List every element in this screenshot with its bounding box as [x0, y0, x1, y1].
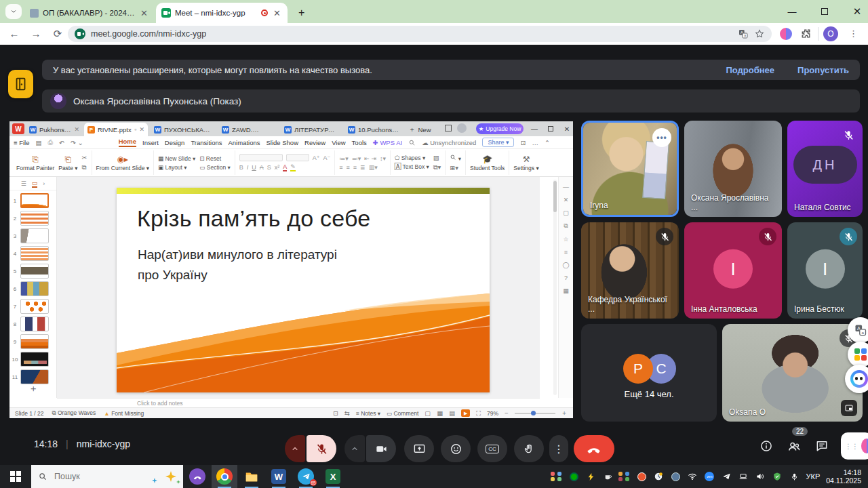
- align-right-icon[interactable]: ≡: [353, 164, 357, 171]
- slide-canvas[interactable]: Крізь пам’ять до себе Нар(ат)иви минулог…: [117, 188, 490, 392]
- font-size-select[interactable]: [286, 154, 309, 161]
- meeting-details-icon[interactable]: [760, 439, 773, 453]
- taskbar-search-box[interactable]: [31, 465, 183, 488]
- section-button[interactable]: ▭ Section ▾: [199, 164, 230, 171]
- font-missing-warning[interactable]: ▲ Font Missing: [104, 410, 144, 417]
- bold-icon[interactable]: B: [239, 164, 243, 171]
- wps-account-avatar[interactable]: [457, 123, 467, 133]
- zoom-icon[interactable]: zm: [704, 471, 715, 482]
- search-input[interactable]: [53, 471, 134, 482]
- slide-view-icon[interactable]: ▭: [32, 180, 38, 188]
- photos-icon[interactable]: [619, 471, 630, 482]
- side-icon-1[interactable]: ✕: [564, 197, 569, 203]
- alarm-clock-icon[interactable]: [653, 471, 664, 482]
- superscript-icon[interactable]: x²: [275, 164, 280, 171]
- linespacing-icon[interactable]: ↕▾: [380, 155, 386, 162]
- collapse-ribbon-icon[interactable]: ⌃: [545, 139, 550, 146]
- geforce-icon[interactable]: [568, 471, 579, 482]
- zoom-slider[interactable]: [515, 413, 555, 414]
- slide-thumbnail-4[interactable]: 4: [9, 245, 57, 262]
- wps-close-button[interactable]: ✕: [560, 123, 574, 135]
- align-left-icon[interactable]: ≡: [339, 164, 342, 171]
- defender-shield-icon[interactable]: [772, 471, 783, 482]
- tab-close-icon[interactable]: ✕: [272, 9, 282, 18]
- paste-button[interactable]: ⎗Paste ▾: [58, 155, 77, 171]
- handout-icon[interactable]: ⇆: [344, 409, 350, 417]
- tile-kafedra[interactable]: Кафедра Української ...: [581, 222, 679, 319]
- numbering-icon[interactable]: ≕▾: [352, 155, 361, 162]
- sync-status[interactable]: ☁ Unsynchronized: [422, 139, 476, 146]
- tile-oksana-yaroslavivna[interactable]: Оксана Ярославівна ...: [684, 121, 782, 217]
- brain-extension-panel-button[interactable]: ⋮⋮: [841, 432, 868, 460]
- slide-thumbnail-3[interactable]: 3: [9, 227, 57, 245]
- assistant-extension-button[interactable]: [845, 365, 868, 393]
- normal-view-icon[interactable]: ▢: [425, 409, 431, 417]
- slide-thumbnail-10[interactable]: 10: [9, 350, 57, 368]
- menu-insert[interactable]: Insert: [142, 139, 159, 146]
- side-icon-2[interactable]: ▢: [563, 209, 569, 216]
- doc-tab-close-icon[interactable]: ✕: [139, 126, 144, 133]
- taskbar-viber[interactable]: [184, 465, 210, 488]
- battery-laptop-icon[interactable]: [738, 471, 749, 482]
- menu-file[interactable]: ≡ File: [14, 139, 30, 146]
- collapse-panel-icon[interactable]: ›: [43, 180, 45, 187]
- browser-tab-2-active[interactable]: Meet – nmi-idxc-ygp ✕: [156, 3, 288, 23]
- menu-wps-ai[interactable]: ✚ WPS AI: [373, 139, 402, 146]
- picture-in-picture-icon[interactable]: [841, 400, 857, 416]
- browser-tab-1[interactable]: ОП (БАКАЛАВР) - 2024 рік впр ✕: [24, 3, 155, 23]
- sorter-view-icon[interactable]: ▦: [437, 409, 443, 417]
- shadow-icon[interactable]: S: [267, 164, 271, 171]
- slide-thumbnail-2[interactable]: 2: [9, 209, 57, 227]
- tile-natalia-sovtys[interactable]: ДН Наталя Совтис: [787, 121, 863, 217]
- slide-thumbnail-8[interactable]: 8: [9, 315, 57, 333]
- reload-icon[interactable]: ⟳: [52, 28, 64, 40]
- redo-icon[interactable]: ↷ ⌄: [71, 139, 83, 146]
- slide-scrollbar[interactable]: [553, 180, 557, 395]
- window-close-button[interactable]: ✕: [844, 0, 868, 23]
- wps-doc-tab[interactable]: W ЛІТЕРАТУРАе.docx: [281, 123, 342, 136]
- outline-view-icon[interactable]: ☰: [21, 180, 26, 187]
- record-icon[interactable]: ⊡: [520, 139, 526, 146]
- volume-icon[interactable]: [755, 471, 766, 482]
- comment-button[interactable]: ▭ Comment: [387, 410, 418, 417]
- save-icon[interactable]: ▤: [36, 139, 42, 146]
- extensions-puzzle-icon[interactable]: [800, 28, 812, 39]
- mic-options-chevron[interactable]: [285, 435, 305, 462]
- notes-toggle[interactable]: ≡ Notes ▾: [356, 410, 380, 417]
- bullets-icon[interactable]: ≔▾: [339, 155, 349, 162]
- notes-placeholder[interactable]: Click to add notes: [57, 398, 540, 407]
- language-icon[interactable]: ⊡: [333, 409, 338, 417]
- keyboard-language[interactable]: УКР: [806, 472, 820, 481]
- shapes-button[interactable]: ⬠ Shapes ▾: [395, 155, 429, 161]
- ribbon-search-icon[interactable]: [408, 139, 416, 146]
- zoom-out-icon[interactable]: −: [505, 409, 509, 417]
- cut-icon[interactable]: ✂: [82, 154, 87, 161]
- add-slide-button[interactable]: ＋: [28, 383, 38, 395]
- student-tools-button[interactable]: 🎓Student Tools: [470, 155, 505, 171]
- align-center-icon[interactable]: ≡: [347, 164, 350, 171]
- telegram-tray-icon[interactable]: [721, 471, 732, 482]
- format-painter-button[interactable]: ⎘Format Painter: [16, 155, 54, 171]
- taskbar-explorer[interactable]: [239, 465, 264, 488]
- group-icon[interactable]: ⧉▾: [433, 163, 441, 171]
- menu-review[interactable]: Review: [304, 139, 326, 146]
- zoom-level[interactable]: 79%: [487, 410, 498, 417]
- participants-icon[interactable]: [787, 439, 802, 454]
- wps-doc-tab[interactable]: W ПУХОНСЬКА_РУКОПИ: [151, 123, 216, 136]
- caffeine-cup-icon[interactable]: [602, 471, 613, 482]
- grow-font-icon[interactable]: A⁺: [313, 155, 320, 161]
- camera-options-chevron[interactable]: [344, 435, 365, 462]
- indent-icons[interactable]: ⇤ ⇥: [364, 155, 376, 162]
- slide-thumbnail-5[interactable]: 5: [9, 262, 57, 280]
- browser-menu-icon[interactable]: ⋮: [849, 28, 858, 39]
- tile-inna-antalovska[interactable]: I Інна Анталовська: [684, 222, 782, 319]
- bookmark-star-icon[interactable]: [754, 28, 765, 39]
- wps-doc-tab-active[interactable]: P RIVNE.pptx ▫ ✕: [84, 123, 148, 136]
- taskbar-clock[interactable]: 14:18 04.11.2025: [826, 468, 864, 485]
- copy-icon[interactable]: ⧉: [82, 163, 87, 171]
- menu-home[interactable]: Home: [119, 138, 136, 147]
- more-options-button[interactable]: ⋮: [549, 435, 568, 462]
- side-icon-7[interactable]: ?: [564, 274, 568, 281]
- more-icon[interactable]: …: [532, 139, 538, 146]
- taskbar-excel[interactable]: X: [320, 465, 346, 488]
